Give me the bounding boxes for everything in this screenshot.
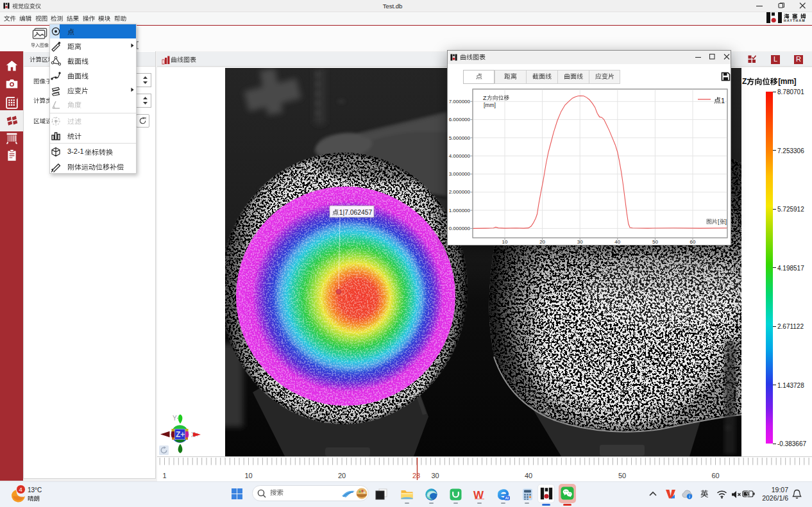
svg-text:10: 10	[244, 472, 252, 479]
svg-text:1.000000: 1.000000	[449, 208, 471, 213]
svg-text:50: 50	[618, 472, 626, 479]
svg-text:60: 60	[711, 472, 719, 479]
svg-text:20: 20	[338, 472, 346, 479]
svg-text:2.000000: 2.000000	[449, 189, 471, 195]
svg-text:Z+: Z+	[176, 430, 185, 439]
svg-text:1: 1	[162, 472, 166, 479]
svg-text:30: 30	[431, 472, 439, 479]
svg-text:i: i	[689, 494, 690, 499]
svg-text:3.000000: 3.000000	[449, 171, 471, 177]
svg-text:5.000000: 5.000000	[449, 135, 471, 141]
svg-text:28: 28	[412, 472, 420, 479]
svg-text:AI: AI	[505, 496, 509, 500]
svg-text:6.000000: 6.000000	[449, 117, 471, 122]
svg-text:7.000000: 7.000000	[449, 99, 471, 104]
svg-text:1|7.062457: 1|7.062457	[339, 209, 373, 216]
svg-text:40: 40	[525, 472, 532, 479]
svg-text:4.000000: 4.000000	[449, 153, 471, 159]
svg-text:0.000000: 0.000000	[449, 226, 471, 231]
